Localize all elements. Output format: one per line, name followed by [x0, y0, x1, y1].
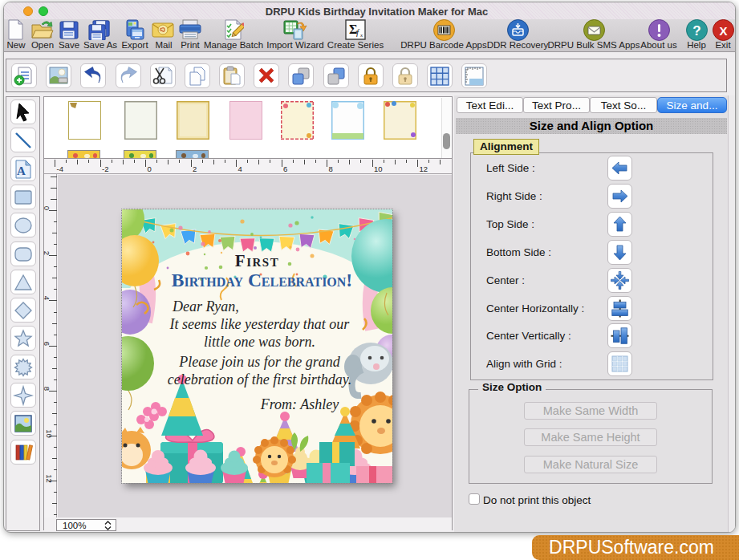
- svg-text:X: X: [719, 24, 727, 38]
- svg-text:A: A: [17, 164, 26, 177]
- svg-text:?: ?: [692, 23, 700, 39]
